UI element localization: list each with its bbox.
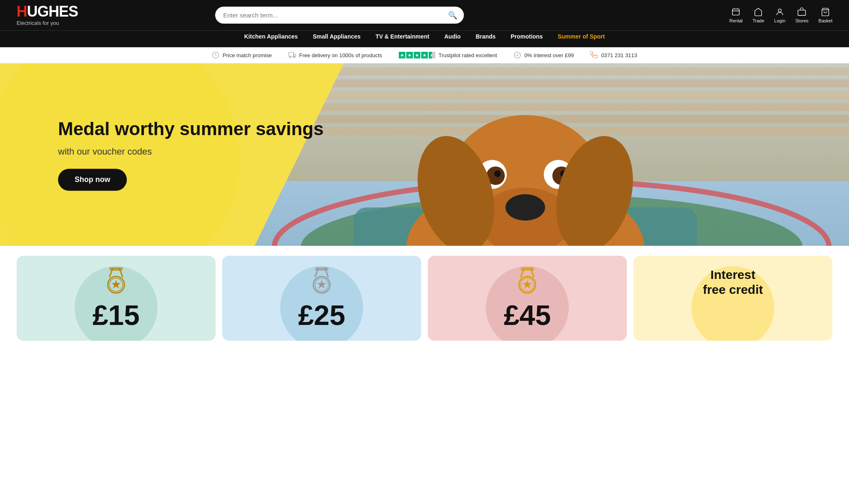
nav-brands[interactable]: Brands	[468, 31, 503, 42]
nav-bar: Kitchen Appliances Small Appliances TV &…	[0, 30, 849, 47]
trade-button[interactable]: Trade	[752, 7, 764, 23]
phone-item[interactable]: 0371 231 3113	[590, 51, 637, 59]
star-4	[421, 52, 428, 58]
trust-bar: Price match promise Free delivery on 100…	[0, 47, 849, 63]
basket-label: Basket	[818, 18, 832, 23]
promo-cards-section: £15 £25	[0, 246, 849, 351]
search-icon[interactable]: 🔍	[448, 11, 457, 20]
svg-marker-9	[294, 54, 296, 56]
basket-button[interactable]: Basket	[818, 7, 832, 23]
medal-svg-3	[517, 267, 538, 294]
nav-small-appliances[interactable]: Small Appliances	[305, 31, 368, 42]
svg-rect-17	[255, 79, 849, 87]
stores-icon	[797, 7, 806, 17]
price-match-item: Price match promise	[212, 51, 272, 59]
phone-text: 0371 231 3113	[601, 52, 637, 58]
svg-point-11	[294, 56, 295, 58]
free-delivery-text: Free delivery on 1000s of products	[299, 52, 382, 58]
svg-point-4	[778, 9, 781, 12]
star-3	[414, 52, 420, 58]
svg-point-33	[495, 170, 501, 177]
svg-rect-8	[289, 52, 293, 56]
hero-stadium-bg	[255, 63, 849, 246]
header-icons: Rental Trade Login Stores Basket	[729, 7, 832, 23]
svg-rect-50	[315, 267, 328, 271]
phone-icon	[590, 51, 598, 59]
stores-label: Stores	[796, 18, 809, 23]
medal-bronze-icon	[517, 267, 538, 298]
logo-rest: UGHES	[27, 3, 78, 20]
trustpilot-item: Trustpilot rated excellent	[399, 52, 497, 58]
user-icon	[775, 7, 784, 17]
medal-svg-1	[105, 267, 127, 294]
promo-card-45[interactable]: £45	[428, 256, 627, 341]
header: HUGHES Electricals for you 🔍 Rental Trad…	[0, 0, 849, 30]
promo-amount-25: £25	[298, 301, 345, 329]
svg-point-10	[289, 56, 291, 58]
trade-label: Trade	[752, 18, 764, 23]
login-label: Login	[774, 18, 786, 23]
nav-kitchen[interactable]: Kitchen Appliances	[237, 31, 305, 42]
interest-item: 0% interest over £99	[514, 51, 574, 59]
nav-audio[interactable]: Audio	[437, 31, 468, 42]
svg-rect-19	[255, 103, 849, 111]
nav-tv[interactable]: TV & Entertainment	[368, 31, 437, 42]
delivery-icon	[289, 51, 296, 59]
logo-text: HUGHES	[17, 4, 78, 19]
svg-rect-56	[521, 267, 534, 271]
search-bar: 🔍	[215, 7, 464, 24]
svg-rect-16	[255, 68, 849, 75]
hero-banner: Medal worthy summer savings with our vou…	[0, 63, 849, 246]
promo-card-credit[interactable]: Interestfree credit	[633, 256, 832, 341]
svg-rect-44	[109, 267, 123, 271]
medal-gold-icon	[105, 267, 127, 298]
trade-icon	[754, 7, 763, 17]
svg-rect-18	[255, 91, 849, 99]
free-delivery-item: Free delivery on 1000s of products	[289, 51, 382, 59]
star-2	[406, 52, 413, 58]
stores-button[interactable]: Stores	[796, 7, 809, 23]
medal-svg-2	[311, 267, 332, 294]
promo-credit-text: Interestfree credit	[703, 267, 763, 297]
basket-icon	[821, 7, 830, 17]
promo-amount-45: £45	[504, 301, 551, 329]
login-button[interactable]: Login	[774, 7, 786, 23]
svg-marker-53	[317, 280, 326, 288]
interest-text: 0% interest over £99	[524, 52, 574, 58]
rental-button[interactable]: Rental	[729, 7, 742, 23]
price-match-icon	[212, 51, 219, 59]
svg-rect-5	[798, 10, 805, 15]
star-1	[399, 52, 405, 58]
svg-marker-59	[523, 280, 532, 288]
trustpilot-stars	[399, 52, 435, 58]
rental-label: Rental	[729, 18, 742, 23]
hero-title: Medal worthy summer savings	[58, 119, 324, 140]
nav-summer-of-sport[interactable]: Summer of Sport	[550, 31, 612, 42]
promo-card-25[interactable]: £25	[222, 256, 421, 341]
trustpilot-text: Trustpilot rated excellent	[439, 52, 497, 58]
logo-tagline: Electricals for you	[17, 20, 78, 26]
svg-rect-0	[733, 9, 740, 15]
svg-point-28	[506, 194, 546, 221]
nav-promotions[interactable]: Promotions	[503, 31, 551, 42]
price-match-text: Price match promise	[223, 52, 272, 58]
svg-marker-47	[112, 280, 121, 288]
medal-silver-icon	[311, 267, 332, 298]
logo[interactable]: HUGHES Electricals for you	[17, 4, 78, 26]
shop-now-button[interactable]: Shop now	[58, 169, 127, 191]
interest-icon	[514, 51, 521, 59]
promo-amount-15: £15	[92, 301, 139, 329]
star-5-half	[429, 52, 435, 58]
stadium-svg	[255, 63, 849, 246]
search-input[interactable]	[215, 7, 464, 24]
promo-card-15[interactable]: £15	[17, 256, 216, 341]
logo-h: H	[17, 3, 27, 20]
hero-subtitle: with our voucher codes	[58, 146, 324, 157]
hero-content: Medal worthy summer savings with our vou…	[58, 119, 324, 191]
rental-icon	[731, 7, 740, 17]
